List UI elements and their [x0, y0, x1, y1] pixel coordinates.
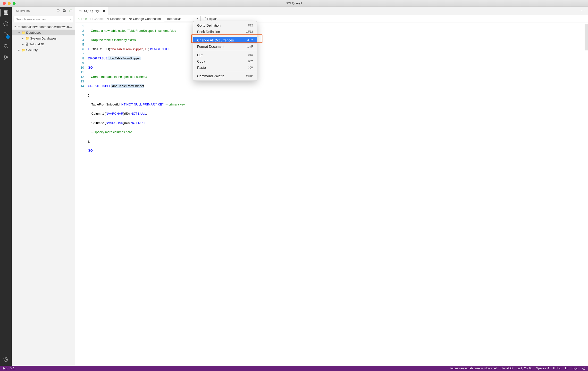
menu-separator	[193, 36, 257, 36]
explorer-activity-icon[interactable]: 1	[2, 31, 9, 38]
play-icon: ▷	[78, 17, 80, 20]
cancel-label: Cancel	[94, 17, 104, 20]
minimize-window-button[interactable]	[8, 2, 11, 5]
explorer-badge: 1	[6, 35, 10, 39]
code-token: ](50)	[123, 112, 131, 115]
editor-area: ▤ SQLQuery1 ··· ▷ Run □ Cancel ⎋ Disconn…	[75, 7, 588, 366]
clear-search-icon[interactable]: ×	[69, 17, 71, 21]
menu-change-all-occurrences[interactable]: Change All Occurrences⌘F2	[193, 37, 257, 43]
svg-point-8	[5, 359, 7, 360]
menu-goto-definition[interactable]: Go to DefinitionF12	[193, 22, 257, 29]
code-token: -- specify more columns here	[88, 130, 132, 134]
change-connection-button[interactable]: ⟲ Change Connection	[129, 17, 161, 20]
status-indent[interactable]: Spaces: 4	[536, 367, 549, 370]
swap-icon: ⟲	[129, 17, 132, 20]
cancel-button[interactable]: □ Cancel	[91, 17, 104, 20]
code-token: dbo.TableFromSnippet	[111, 84, 144, 88]
window-controls	[0, 2, 16, 5]
status-language[interactable]: SQL	[572, 367, 578, 370]
sidebar-header: SERVERS	[12, 7, 75, 15]
search-activity-icon[interactable]	[2, 43, 9, 50]
status-errors[interactable]: ⊘ 0	[2, 367, 8, 370]
line-number: 13	[75, 79, 84, 84]
svg-point-5	[4, 55, 5, 57]
chevron-down-icon: ▾	[14, 25, 17, 28]
server-label: tutorialserver.database.windows.n…	[21, 25, 72, 29]
line-number: 4	[75, 38, 84, 42]
databases-node[interactable]: ▾ 📁 Databases	[12, 30, 75, 35]
line-number: 3	[75, 33, 84, 38]
code-token: ,	[143, 47, 145, 51]
code-token: IS NOT NULL	[150, 47, 169, 51]
menu-paste[interactable]: Paste⌘V	[193, 64, 257, 71]
activity-bar: 1	[0, 7, 12, 366]
code-token: NOT NULL	[131, 112, 146, 115]
code-token: -- primary key	[166, 103, 185, 106]
status-cursor-pos[interactable]: Ln 1, Col 63	[517, 367, 532, 370]
server-node[interactable]: ▾ ▤ tutorialserver.database.windows.n…	[12, 24, 75, 30]
chevron-right-icon: ▸	[21, 43, 24, 46]
folder-icon: 📁	[25, 37, 29, 40]
code-token: Column2 [	[88, 121, 106, 125]
svg-rect-2	[5, 13, 7, 13]
menu-format-document[interactable]: Format Document⌥⇧F	[193, 43, 257, 50]
dirty-indicator-icon	[103, 10, 105, 12]
servers-activity-icon[interactable]	[2, 9, 9, 16]
source-control-activity-icon[interactable]	[2, 54, 9, 61]
history-activity-icon[interactable]	[2, 20, 9, 27]
svg-rect-9	[57, 10, 59, 12]
code-content[interactable]: -- Create a new table called 'TableFromS…	[86, 23, 588, 366]
menu-label: Cut	[197, 53, 202, 57]
sidebar-search: Search server names ×	[12, 15, 75, 23]
settings-activity-icon[interactable]	[2, 356, 9, 363]
tab-sqlquery1[interactable]: ▤ SQLQuery1	[75, 7, 108, 15]
maximize-window-button[interactable]	[13, 2, 16, 5]
feedback-icon[interactable]	[582, 367, 586, 370]
menu-command-palette[interactable]: Command Palette…⇧⌘P	[193, 73, 257, 79]
context-menu: Go to DefinitionF12 Peek Definition⌥F12 …	[193, 21, 257, 81]
line-number: 9	[75, 61, 84, 65]
code-token: GO	[88, 66, 93, 69]
new-connection-icon[interactable]	[56, 9, 61, 13]
menu-shortcut: F12	[248, 24, 253, 27]
sysdb-label: System Databases	[30, 37, 57, 40]
explain-label: Explain	[207, 17, 218, 20]
collapse-all-icon[interactable]	[69, 9, 73, 13]
sidebar: SERVERS Search server names × ▾ ▤ tutori…	[12, 7, 75, 366]
menu-peek-definition[interactable]: Peek Definition⌥F12	[193, 29, 257, 35]
editor-more-button[interactable]: ···	[578, 7, 588, 15]
run-button[interactable]: ▷ Run	[78, 17, 87, 20]
folder-icon: 📁	[21, 31, 25, 34]
tutorialdb-label: TutorialDB	[29, 42, 44, 46]
menu-copy[interactable]: Copy⌘C	[193, 58, 257, 64]
minimap[interactable]	[585, 23, 588, 366]
status-warnings[interactable]: ⚠ 1	[10, 367, 15, 370]
code-token: ,	[164, 103, 165, 106]
status-connection[interactable]: tutorialserver.database.windows.net : Tu…	[450, 367, 513, 370]
menu-label: Format Document	[197, 45, 224, 49]
code-editor[interactable]: 1 2 3 4 5 6 7 8 9 10 11 12 13 14 -- Crea…	[75, 23, 588, 366]
status-error-count: 0	[6, 367, 8, 370]
chevron-down-icon: ▼	[196, 18, 199, 20]
search-servers-input[interactable]: Search server names ×	[14, 16, 73, 22]
system-databases-node[interactable]: ▸ 📁 System Databases	[12, 35, 75, 41]
status-bar: ⊘ 0 ⚠ 1 tutorialserver.database.windows.…	[0, 366, 588, 371]
chevron-right-icon: ▸	[18, 49, 21, 51]
close-window-button[interactable]	[3, 2, 6, 5]
search-placeholder: Search server names	[16, 18, 46, 21]
svg-point-13	[583, 367, 585, 370]
security-node[interactable]: ▸ 📁 Security	[12, 47, 75, 53]
editor-tabs: ▤ SQLQuery1 ···	[75, 7, 588, 15]
run-label: Run	[81, 17, 87, 20]
code-token: GO	[88, 149, 93, 152]
disconnect-button[interactable]: ⎋ Disconnect	[107, 17, 126, 20]
status-encoding[interactable]: UTF-8	[553, 367, 561, 370]
svg-rect-10	[63, 10, 65, 12]
menu-cut[interactable]: Cut⌘X	[193, 52, 257, 58]
explain-button[interactable]: ᛘ Explain	[204, 17, 218, 20]
code-token: OBJECT_ID(	[91, 47, 110, 51]
tutorialdb-node[interactable]: ▸ 🗄 TutorialDB	[12, 41, 75, 47]
new-group-icon[interactable]	[63, 9, 67, 13]
query-toolbar: ▷ Run □ Cancel ⎋ Disconnect ⟲ Change Con…	[75, 15, 588, 23]
status-eol[interactable]: LF	[565, 367, 568, 370]
